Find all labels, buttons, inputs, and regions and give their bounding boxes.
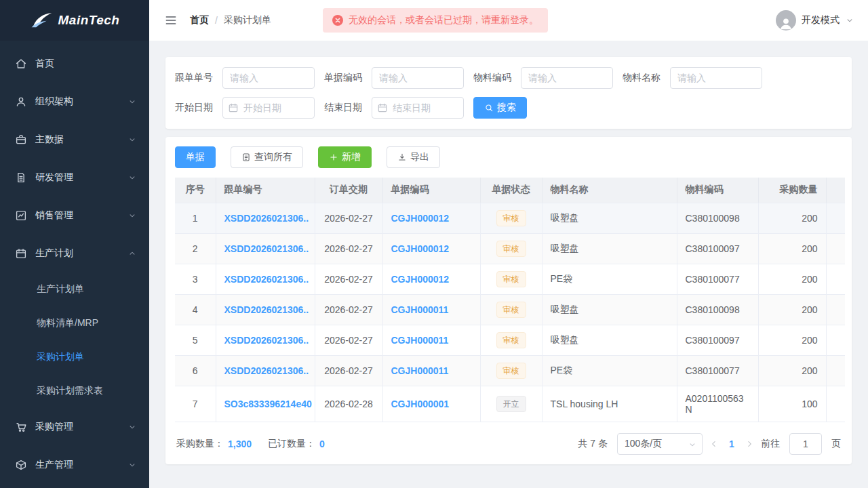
sidebar: MainTech 首页 组织架构 主数据 研发管理 销售管理 生产计划 生产计划… <box>0 0 149 488</box>
doc-no-link[interactable]: CGJH000012 <box>391 243 450 254</box>
sidebar-subitem-采购计划需求表[interactable]: 采购计划需求表 <box>0 374 149 408</box>
chevron-up-icon <box>127 249 137 258</box>
purchase-plan-table: 序号跟单编号订单交期单据编码单据状态物料名称物料编码采购数量 1 XSDD202… <box>175 178 845 422</box>
sidebar-item-生产管理[interactable]: 生产管理 <box>0 446 149 484</box>
doc-no-link[interactable]: CGJH000001 <box>391 399 450 409</box>
doc-no-link[interactable]: CGJH000012 <box>391 213 450 224</box>
track-no-link[interactable]: XSDD2026021306.. <box>224 274 309 285</box>
end-date-input[interactable] <box>372 97 464 119</box>
cell-delivery-date: 2026-02-27 <box>315 203 382 233</box>
table-row: 6 XSDD2026021306.. 2026-02-27 CGJH000011… <box>175 355 845 386</box>
cell-status: 审核 <box>480 233 542 264</box>
cell-qty: 200 <box>758 294 826 325</box>
material-code-input[interactable] <box>521 67 613 89</box>
cell-seq: 1 <box>175 203 216 233</box>
table-row: 1 XSDD2026021306.. 2026-02-27 CGJH000012… <box>175 203 845 233</box>
cell-extra <box>826 203 845 233</box>
briefcase-icon <box>15 134 27 146</box>
cell-status: 审核 <box>480 294 542 325</box>
cell-status: 开立 <box>480 386 542 422</box>
page-content: 跟单单号 单据编码 物料编码 物料名称 开始日期 结束日期 <box>149 41 868 488</box>
alert-text: 无效的会话，或者会话已过期，请重新登录。 <box>349 14 538 26</box>
hamburger-icon[interactable] <box>164 14 178 27</box>
cell-status: 审核 <box>480 264 542 294</box>
cell-doc-no: CGJH000011 <box>382 325 480 355</box>
add-button[interactable]: 新增 <box>318 146 372 168</box>
track-no-link[interactable]: XSDD2026021306.. <box>224 243 309 254</box>
user-icon <box>15 96 27 108</box>
app-root: MainTech 首页 组织架构 主数据 研发管理 销售管理 生产计划 生产计划… <box>0 0 868 488</box>
filter-field-start-date: 开始日期 <box>175 97 315 119</box>
doc-no-link[interactable]: CGJH000012 <box>391 274 450 285</box>
breadcrumb-current: 采购计划单 <box>224 14 271 26</box>
track-no-link[interactable]: XSDD2026021306.. <box>224 304 309 315</box>
sidebar-item-首页[interactable]: 首页 <box>0 45 149 83</box>
start-date-input[interactable] <box>222 97 315 119</box>
sidebar-subitem-采购计划单[interactable]: 采购计划单 <box>0 340 149 374</box>
cell-track-no: XSDD2026021306.. <box>216 355 315 386</box>
doc-no-link[interactable]: CGJH000011 <box>391 304 449 315</box>
doc-no-link[interactable]: CGJH000011 <box>391 335 449 346</box>
cell-delivery-date: 2026-02-27 <box>315 325 382 355</box>
sidebar-item-研发管理[interactable]: 研发管理 <box>0 159 149 197</box>
doc-button[interactable]: 单据 <box>175 146 216 168</box>
sidebar-item-采购管理[interactable]: 采购管理 <box>0 408 149 446</box>
column-header-跟单编号: 跟单编号 <box>216 178 315 203</box>
cell-extra <box>826 386 845 422</box>
track-no-link[interactable]: XSDD2026021306.. <box>224 213 309 224</box>
user-menu[interactable]: 开发模式 <box>776 10 854 30</box>
column-header-extra <box>826 178 845 203</box>
filter-field-doc-code: 单据编码 <box>324 67 464 89</box>
cell-material-code: C380100097 <box>677 325 758 355</box>
cell-track-no: SO3c833396214e40 <box>216 386 315 422</box>
cell-doc-no: CGJH000012 <box>382 233 480 264</box>
search-button[interactable]: 搜索 <box>473 97 527 119</box>
chevron-down-icon <box>845 16 854 25</box>
goto-page-input[interactable] <box>789 433 822 455</box>
filter-label: 物料名称 <box>623 72 660 84</box>
page-number-1[interactable]: 1 <box>726 439 738 449</box>
track-no-link[interactable]: XSDD2026021306.. <box>224 365 309 376</box>
chevron-down-icon <box>127 460 137 470</box>
sidebar-item-生产计划[interactable]: 生产计划 <box>0 235 149 272</box>
doc-no-link[interactable]: CGJH000011 <box>391 365 449 376</box>
track-no-link[interactable]: XSDD2026021306.. <box>224 335 309 346</box>
cell-material-code: A0201100563N <box>677 386 758 422</box>
status-badge: 审核 <box>496 363 526 379</box>
cell-delivery-date: 2026-02-27 <box>315 294 382 325</box>
sidebar-item-主数据[interactable]: 主数据 <box>0 121 149 159</box>
query-list-icon <box>241 152 251 162</box>
download-icon <box>397 152 407 162</box>
table-card: 单据 查询所有 新增 <box>165 137 852 464</box>
plus-icon <box>329 152 338 162</box>
main-area: 首页 / 采购计划单 无效的会话，或者会话已过期，请重新登录。 开发 <box>149 0 868 488</box>
cell-doc-no: CGJH000011 <box>382 294 480 325</box>
sidebar-item-销售管理[interactable]: 销售管理 <box>0 197 149 235</box>
export-button[interactable]: 导出 <box>387 146 440 168</box>
cell-delivery-date: 2026-02-27 <box>315 355 382 386</box>
prev-page-icon[interactable] <box>709 439 719 449</box>
material-name-input[interactable] <box>670 67 762 89</box>
cell-material-name: TSL housing LH <box>542 386 677 422</box>
pagination-total: 共 7 条 <box>578 438 608 450</box>
cell-seq: 2 <box>175 233 216 264</box>
filter-label: 物料编码 <box>473 72 511 84</box>
breadcrumb-home[interactable]: 首页 <box>190 14 209 26</box>
sidebar-subitem-生产计划单[interactable]: 生产计划单 <box>0 272 149 306</box>
next-page-icon[interactable] <box>745 439 754 449</box>
track-no-input[interactable] <box>222 67 315 89</box>
filter-card: 跟单单号 单据编码 物料编码 物料名称 开始日期 结束日期 <box>165 57 852 129</box>
page-size-select[interactable]: 100条/页 <box>617 433 703 455</box>
sidebar-item-组织架构[interactable]: 组织架构 <box>0 83 149 121</box>
table-row: 5 XSDD2026021306.. 2026-02-27 CGJH000011… <box>175 325 845 355</box>
track-no-link[interactable]: SO3c833396214e40 <box>224 399 312 409</box>
cell-seq: 3 <box>175 264 216 294</box>
cell-seq: 5 <box>175 325 216 355</box>
chevron-down-icon <box>688 440 697 449</box>
cell-extra <box>826 325 845 355</box>
app-logo[interactable]: MainTech <box>0 0 149 41</box>
ordered-qty-value: 0 <box>319 439 325 449</box>
query-all-button[interactable]: 查询所有 <box>231 146 303 168</box>
doc-code-input[interactable] <box>372 67 464 89</box>
sidebar-subitem-物料清单/MRP[interactable]: 物料清单/MRP <box>0 306 149 340</box>
